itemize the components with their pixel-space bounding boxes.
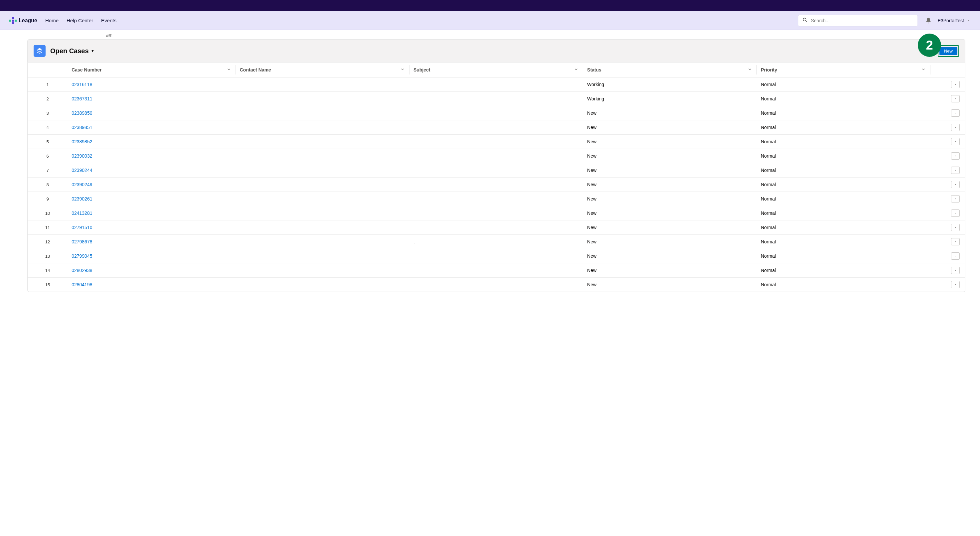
cell-subject	[409, 149, 583, 163]
triangle-down-icon	[954, 226, 957, 229]
case-link[interactable]: 02798678	[72, 239, 92, 244]
cell-status: New	[583, 192, 757, 206]
row-actions-menu[interactable]	[951, 238, 960, 246]
cell-priority: Normal	[757, 206, 931, 220]
row-actions-menu[interactable]	[951, 109, 960, 117]
case-link[interactable]: 02791510	[72, 225, 92, 230]
cell-status: New	[583, 220, 757, 235]
col-header-status[interactable]: Status	[583, 62, 757, 78]
row-number: 6	[28, 149, 68, 163]
search-icon	[802, 17, 808, 24]
cases-table: Case Number Contact Name Subject	[28, 62, 965, 292]
row-actions-menu[interactable]	[951, 195, 960, 203]
case-link[interactable]: 02804198	[72, 282, 92, 287]
row-actions-menu[interactable]	[951, 81, 960, 88]
col-header-subject[interactable]: Subject	[409, 62, 583, 78]
row-actions-menu[interactable]	[951, 152, 960, 160]
svg-line-6	[806, 21, 807, 22]
row-actions-menu[interactable]	[951, 209, 960, 217]
chevron-down-icon	[400, 67, 405, 73]
cell-contact-name	[236, 192, 409, 206]
case-link[interactable]: 02367311	[72, 96, 92, 101]
row-number: 1	[28, 78, 68, 92]
col-label-status: Status	[587, 67, 601, 73]
cell-priority: Normal	[757, 178, 931, 192]
global-search[interactable]	[798, 14, 918, 27]
brand-logo[interactable]: League	[9, 17, 37, 24]
cell-contact-name	[236, 220, 409, 235]
cell-actions	[931, 178, 965, 192]
row-actions-menu[interactable]	[951, 252, 960, 260]
brand-name: League	[19, 17, 37, 24]
cell-actions	[931, 92, 965, 106]
col-header-priority[interactable]: Priority	[757, 62, 931, 78]
cell-priority: Normal	[757, 263, 931, 278]
nav-events[interactable]: Events	[101, 17, 116, 23]
row-actions-menu[interactable]	[951, 224, 960, 231]
cell-case-number: 02799045	[68, 249, 236, 263]
cell-status: New	[583, 163, 757, 178]
cell-subject	[409, 278, 583, 292]
col-header-case-number[interactable]: Case Number	[68, 62, 236, 78]
case-link[interactable]: 02799045	[72, 254, 92, 259]
row-number: 12	[28, 235, 68, 249]
cell-case-number: 02798678	[68, 235, 236, 249]
cell-subject	[409, 121, 583, 135]
nav-home[interactable]: Home	[45, 17, 59, 23]
list-view-picker[interactable]: Open Cases ▼	[50, 47, 95, 55]
triangle-down-icon	[954, 111, 957, 115]
col-header-contact-name[interactable]: Contact Name	[236, 62, 409, 78]
nav-help-center[interactable]: Help Center	[67, 17, 93, 23]
case-link[interactable]: 02802938	[72, 268, 92, 273]
case-link[interactable]: 02413281	[72, 211, 92, 216]
case-link[interactable]: 02389850	[72, 110, 92, 116]
row-actions-menu[interactable]	[951, 181, 960, 188]
cell-case-number: 02390244	[68, 163, 236, 178]
cell-actions	[931, 78, 965, 92]
triangle-down-icon	[954, 211, 957, 215]
triangle-down-icon	[954, 183, 957, 186]
row-actions-menu[interactable]	[951, 95, 960, 102]
row-actions-menu[interactable]	[951, 167, 960, 174]
notifications-button[interactable]	[925, 17, 932, 24]
cell-subject	[409, 178, 583, 192]
case-link[interactable]: 02390261	[72, 196, 92, 201]
row-number: 4	[28, 121, 68, 135]
cell-case-number: 02390249	[68, 178, 236, 192]
svg-rect-3	[14, 20, 17, 22]
table-row: 102316118WorkingNormal	[28, 78, 965, 92]
table-row: 1302799045NewNormal	[28, 249, 965, 263]
cell-priority: Normal	[757, 121, 931, 135]
cell-status: New	[583, 278, 757, 292]
search-input[interactable]	[811, 18, 913, 23]
case-link[interactable]: 02389852	[72, 139, 92, 144]
list-title-text: Open Cases	[50, 47, 89, 55]
user-menu[interactable]: E3PortalTest	[938, 18, 971, 23]
case-link[interactable]: 02390249	[72, 182, 92, 187]
cell-priority: Normal	[757, 135, 931, 149]
list-header-panel: 2 Open Cases ▼ New	[27, 39, 966, 62]
row-actions-menu[interactable]	[951, 267, 960, 274]
cell-contact-name	[236, 121, 409, 135]
triangle-down-icon	[954, 283, 957, 286]
cell-subject	[409, 92, 583, 106]
table-row: 202367311WorkingNormal	[28, 92, 965, 106]
case-link[interactable]: 02389851	[72, 125, 92, 130]
table-row: 1202798678.NewNormal	[28, 235, 965, 249]
cell-actions	[931, 135, 965, 149]
new-button[interactable]: New	[939, 47, 958, 55]
case-link[interactable]: 02390244	[72, 168, 92, 173]
case-link[interactable]: 02316118	[72, 82, 92, 87]
cell-actions	[931, 149, 965, 163]
row-actions-menu[interactable]	[951, 138, 960, 145]
cell-contact-name	[236, 235, 409, 249]
cell-case-number: 02316118	[68, 78, 236, 92]
row-actions-menu[interactable]	[951, 281, 960, 288]
table-row: 1402802938NewNormal	[28, 263, 965, 278]
case-link[interactable]: 02390032	[72, 153, 92, 159]
cell-contact-name	[236, 263, 409, 278]
cell-subject	[409, 220, 583, 235]
main-header: League Home Help Center Events E3PortalT…	[0, 11, 980, 30]
row-actions-menu[interactable]	[951, 124, 960, 131]
cell-subject	[409, 106, 583, 121]
